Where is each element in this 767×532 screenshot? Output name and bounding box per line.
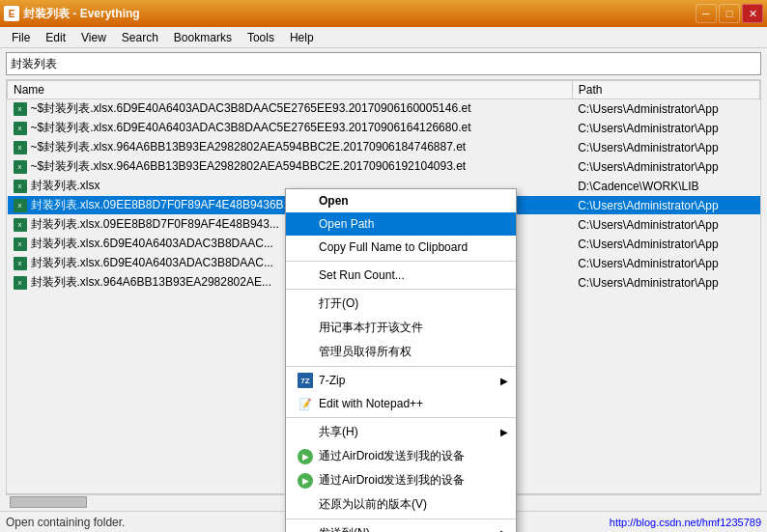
- context-menu-item[interactable]: 用记事本打开该文件: [286, 316, 516, 340]
- file-name-cell: x~$封装列表.xlsx.6D9E40A6403ADAC3B8DAAC5E276…: [8, 99, 573, 119]
- context-menu-item[interactable]: 管理员取得所有权: [286, 340, 516, 364]
- search-input[interactable]: [7, 55, 760, 72]
- excel-file-icon: x: [14, 257, 27, 270]
- file-name-text: ~$封装列表.xlsx.6D9E40A6403ADAC3B8DAAC5E2765…: [31, 121, 471, 134]
- empty-icon: [298, 345, 313, 360]
- file-path-cell: C:\Users\Administrator\App: [572, 196, 759, 215]
- search-bar: [6, 52, 761, 75]
- menu-edit[interactable]: Edit: [38, 27, 73, 47]
- context-menu-item[interactable]: 共享(H)▶: [286, 420, 516, 444]
- context-menu-item-label: 打开(O): [319, 295, 358, 312]
- file-name-cell: x~$封装列表.xlsx.964A6BB13B93EA2982802AEA594…: [8, 157, 573, 177]
- empty-icon: [298, 526, 313, 533]
- file-name-text: ~$封装列表.xlsx.964A6BB13B93EA2982802AEA594B…: [31, 140, 467, 154]
- empty-icon: [298, 239, 313, 255]
- close-button[interactable]: ✕: [742, 4, 763, 23]
- context-menu-item[interactable]: 打开(O): [286, 292, 516, 316]
- context-menu-item-label: 通过AirDroid发送到我的设备: [319, 472, 465, 489]
- window-title: 封装列表 - Everything: [23, 6, 140, 22]
- status-url: http://blog.csdn.net/hmf1235789: [610, 517, 761, 528]
- status-text: Open containing folder.: [6, 516, 125, 529]
- app-icon: E: [4, 6, 19, 21]
- context-menu-item[interactable]: Set Run Count...: [286, 264, 516, 287]
- menu-bookmarks[interactable]: Bookmarks: [166, 27, 240, 47]
- context-menu-item-label: Open Path: [319, 217, 374, 231]
- empty-icon: [298, 497, 313, 513]
- file-name-text: 封装列表.xlsx.6D9E40A6403ADAC3B8DAAC...: [31, 256, 273, 269]
- empty-icon: [298, 193, 313, 209]
- menu-search[interactable]: Search: [114, 27, 166, 47]
- menu-help[interactable]: Help: [282, 27, 322, 47]
- excel-file-icon: x: [14, 199, 27, 212]
- table-row[interactable]: x~$封装列表.xlsx.964A6BB13B93EA2982802AEA594…: [8, 138, 760, 157]
- file-path-cell: C:\Users\Administrator\App: [572, 157, 759, 177]
- file-name-text: ~$封装列表.xlsx.6D9E40A6403ADAC3B8DAAC5E2765…: [31, 101, 471, 115]
- file-name-text: ~$封装列表.xlsx.964A6BB13B93EA2982802AEA594B…: [31, 159, 467, 173]
- context-menu-item[interactable]: Open Path: [286, 212, 516, 236]
- empty-icon: [298, 321, 313, 336]
- context-menu-separator: [286, 417, 516, 418]
- excel-file-icon: x: [14, 160, 27, 174]
- file-name-text: 封装列表.xlsx: [31, 179, 100, 192]
- context-menu: OpenOpen PathCopy Full Name to Clipboard…: [285, 188, 517, 532]
- menu-view[interactable]: View: [73, 27, 114, 47]
- context-menu-item[interactable]: 7Z7-Zip▶: [286, 369, 516, 392]
- file-path-cell: C:\Users\Administrator\App: [572, 215, 759, 235]
- table-row[interactable]: x~$封装列表.xlsx.6D9E40A6403ADAC3B8DAAC5E276…: [8, 119, 760, 138]
- file-path-cell: C:\Users\Administrator\App: [572, 235, 759, 254]
- context-menu-separator: [286, 518, 516, 519]
- empty-icon: [298, 216, 313, 232]
- excel-file-icon: x: [14, 122, 27, 135]
- context-menu-item-label: 通过AirDroid发送到我的设备: [319, 448, 465, 464]
- maximize-button[interactable]: □: [719, 4, 740, 23]
- menu-bar: File Edit View Search Bookmarks Tools He…: [0, 27, 767, 48]
- menu-file[interactable]: File: [4, 27, 38, 47]
- airdroid-icon: ▶: [298, 449, 313, 464]
- file-path-cell: C:\Users\Administrator\App: [572, 138, 759, 157]
- context-menu-item[interactable]: Copy Full Name to Clipboard: [286, 236, 516, 259]
- submenu-arrow-icon: ▶: [500, 427, 508, 437]
- context-menu-item[interactable]: 发送到(N)▶: [286, 521, 516, 532]
- column-header-path[interactable]: Path: [572, 81, 759, 99]
- column-header-name[interactable]: Name: [8, 81, 573, 99]
- file-path-cell: C:\Users\Administrator\App: [572, 99, 759, 119]
- context-menu-item[interactable]: 📝Edit with Notepad++: [286, 392, 516, 415]
- file-name-cell: x~$封装列表.xlsx.6D9E40A6403ADAC3B8DAAC5E276…: [8, 119, 573, 138]
- table-row[interactable]: x~$封装列表.xlsx.964A6BB13B93EA2982802AEA594…: [8, 157, 760, 177]
- airdroid-icon: ▶: [298, 473, 313, 489]
- h-scroll-thumb[interactable]: [10, 496, 87, 508]
- minimize-button[interactable]: ─: [696, 4, 717, 23]
- excel-file-icon: x: [14, 102, 27, 116]
- table-row[interactable]: x~$封装列表.xlsx.6D9E40A6403ADAC3B8DAAC5E276…: [8, 99, 760, 119]
- context-menu-item-label: 用记事本打开该文件: [319, 320, 423, 336]
- file-path-cell: C:\Users\Administrator\App: [572, 119, 759, 138]
- notepad-icon: 📝: [298, 396, 313, 411]
- file-name-text: 封装列表.xlsx.09EE8B8D7F0F89AF4E48B943...: [31, 217, 279, 231]
- context-menu-item-label: Open: [319, 194, 349, 208]
- context-menu-separator: [286, 261, 516, 262]
- file-path-cell: D:\Cadence\WORK\LIB: [572, 177, 759, 196]
- file-name-text: 封装列表.xlsx.6D9E40A6403ADAC3B8DAAC...: [31, 237, 273, 250]
- title-bar: E 封装列表 - Everything ─ □ ✕: [0, 0, 767, 27]
- context-menu-item-label: 7-Zip: [319, 374, 345, 387]
- menu-tools[interactable]: Tools: [240, 27, 282, 47]
- submenu-arrow-icon: ▶: [500, 528, 508, 532]
- file-name-text: 封装列表.xlsx.964A6BB13B93EA2982802AE...: [31, 275, 271, 289]
- title-bar-left: E 封装列表 - Everything: [4, 6, 140, 22]
- context-menu-separator: [286, 289, 516, 290]
- context-menu-item[interactable]: Open: [286, 189, 516, 212]
- context-menu-item-label: 共享(H): [319, 424, 358, 440]
- empty-icon: [298, 425, 313, 440]
- context-menu-item-label: 发送到(N): [319, 525, 370, 532]
- excel-file-icon: x: [14, 276, 27, 290]
- file-path-cell: C:\Users\Administrator\App: [572, 273, 759, 293]
- file-path-cell: C:\Users\Administrator\App: [572, 254, 759, 273]
- 7zip-icon: 7Z: [298, 373, 313, 388]
- context-menu-item-label: 还原为以前的版本(V): [319, 496, 427, 513]
- context-menu-item[interactable]: ▶通过AirDroid发送到我的设备: [286, 444, 516, 468]
- context-menu-separator: [286, 366, 516, 367]
- window-controls: ─ □ ✕: [696, 4, 763, 23]
- context-menu-item[interactable]: ▶通过AirDroid发送到我的设备: [286, 468, 516, 492]
- context-menu-item[interactable]: 还原为以前的版本(V): [286, 492, 516, 517]
- excel-file-icon: x: [14, 180, 27, 193]
